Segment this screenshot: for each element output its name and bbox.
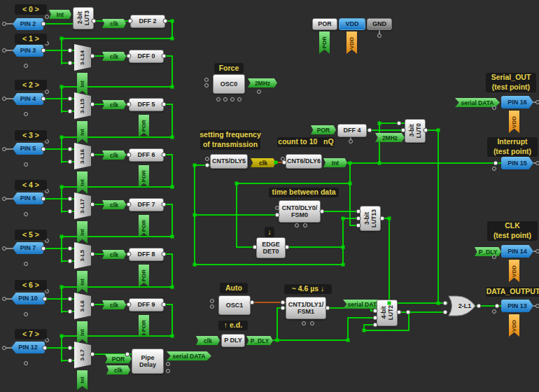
dff2[interactable]: DFF 2 bbox=[130, 15, 165, 28]
mux-3l17[interactable]: 3-L17 bbox=[74, 192, 91, 219]
index-label-3: < 3 > bbox=[15, 130, 47, 141]
cnt1-dly1-fsm1[interactable]: CNT1/DLY1/ FSM1 bbox=[286, 297, 326, 319]
dff6[interactable]: DFF 6 bbox=[129, 148, 164, 162]
cnt6-dly6[interactable]: CNT6/DLY6 bbox=[286, 154, 322, 169]
dff4[interactable]: DFF 4 bbox=[337, 124, 367, 137]
vdd-block[interactable]: VDD bbox=[339, 18, 365, 30]
pin-14[interactable]: PIN 14 bbox=[501, 245, 533, 258]
edge-det0[interactable]: EDGE DET0 bbox=[256, 237, 286, 258]
dff9-label: DFF 9 bbox=[137, 301, 155, 308]
cnt5-dly5-label: CNT5/DLY5 bbox=[212, 158, 246, 164]
tag-vdd-pin14[interactable]: VDD bbox=[509, 260, 519, 282]
tag-por-dff9[interactable]: POR bbox=[139, 315, 149, 337]
cnt0-dly0-fsm0[interactable]: CNT0/DLY0/ FSM0 bbox=[279, 200, 321, 223]
tag-por-dff4[interactable]: POR bbox=[311, 125, 336, 134]
pin-4[interactable]: PIN 4 bbox=[13, 93, 43, 105]
index-label-3-label: < 3 > bbox=[22, 131, 39, 141]
tag-por-dff6[interactable]: POR bbox=[139, 165, 149, 188]
tag-int-r4[interactable]: Int bbox=[77, 221, 88, 244]
tag-int-cnt6[interactable]: Int bbox=[323, 158, 347, 167]
tag-clk-r4[interactable]: clk bbox=[102, 200, 126, 209]
tag-int-r7[interactable]: Int bbox=[77, 370, 88, 390]
tag-int-r6[interactable]: Int bbox=[77, 321, 88, 344]
tag-clk-r3[interactable]: clk bbox=[102, 150, 126, 160]
tag-por-pipe[interactable]: POR bbox=[105, 354, 132, 363]
pipe-delay[interactable]: Pipe Delay bbox=[132, 349, 164, 374]
tag-por-dff5[interactable]: POR bbox=[139, 115, 149, 137]
tag-int-r2[interactable]: Int bbox=[77, 121, 88, 144]
gate-2l1[interactable]: 2-L1 bbox=[448, 295, 476, 316]
pin-4-label: PIN 4 bbox=[20, 95, 36, 102]
tag-clk-cnt5[interactable]: clk bbox=[251, 158, 276, 167]
tag-por-dff8[interactable]: POR bbox=[139, 265, 149, 287]
lut13[interactable]: 3-bit LUT13 bbox=[360, 206, 381, 231]
mux-3l14[interactable]: 3-L14 bbox=[74, 44, 91, 71]
pin-12[interactable]: PIN 12 bbox=[11, 342, 45, 354]
label-data-output-label: DATA_OUTPUT bbox=[486, 287, 539, 297]
lut2[interactable]: 4-bit LUT2 bbox=[377, 300, 398, 326]
tag-serial-pipe[interactable]: serial DATA bbox=[167, 351, 211, 360]
lut3[interactable]: 2-bit LUT3 bbox=[73, 7, 94, 29]
osc0-label: OSC0 bbox=[220, 80, 238, 88]
dff0[interactable]: DFF 0 bbox=[129, 50, 164, 63]
por-block[interactable]: POR bbox=[312, 18, 337, 30]
tag-clk-pdly[interactable]: clk bbox=[196, 336, 220, 345]
tag-vdd-pin16[interactable]: VDD bbox=[509, 111, 519, 133]
pin-2[interactable]: PIN 2 bbox=[13, 18, 43, 30]
tag-clk-r1[interactable]: clk bbox=[102, 52, 126, 61]
mux-3l6[interactable]: 3-L6 bbox=[74, 293, 91, 319]
tag-clk-pdly-label: clk bbox=[204, 337, 212, 344]
cnt5-dly5[interactable]: CNT5/DLY5 bbox=[210, 154, 248, 169]
index-label-5-label: < 5 > bbox=[22, 230, 39, 240]
label-auto-label: Auto bbox=[225, 284, 242, 293]
mux-3l5[interactable]: 3-L5 bbox=[74, 242, 91, 269]
lut0[interactable]: 3-bit LUT0 bbox=[405, 119, 426, 143]
p-dly[interactable]: P DLY bbox=[221, 334, 245, 347]
pin-6[interactable]: PIN 6 bbox=[13, 192, 43, 204]
pin-16[interactable]: PIN 16 bbox=[501, 96, 533, 108]
pin-3[interactable]: PIN 3 bbox=[13, 45, 43, 57]
tag-pdly-out[interactable]: P_DLY bbox=[246, 336, 273, 345]
tag-clk-r5[interactable]: clk bbox=[102, 250, 126, 259]
pin-7[interactable]: PIN 7 bbox=[13, 242, 43, 254]
label-edge: ↑ e.d. bbox=[218, 321, 248, 330]
tag-clk-r4-label: clk bbox=[110, 202, 118, 209]
tag-pdly-pin14[interactable]: P_DLY bbox=[475, 247, 501, 256]
dff7[interactable]: DFF 7 bbox=[129, 198, 164, 211]
dff5[interactable]: DFF 5 bbox=[129, 98, 164, 111]
mux-3l16[interactable]: 3-L16 bbox=[74, 143, 91, 169]
osc0[interactable]: OSC0 bbox=[213, 74, 245, 94]
tag-vdd-pin13[interactable]: VDD bbox=[509, 314, 519, 337]
tag-int-r3[interactable]: Int bbox=[77, 172, 88, 194]
index-label-6: < 6 > bbox=[15, 280, 47, 290]
tag-clk-r1-label: clk bbox=[110, 53, 118, 60]
dff9[interactable]: DFF 9 bbox=[129, 298, 164, 312]
dff8[interactable]: DFF 8 bbox=[129, 248, 164, 261]
pin-15[interactable]: PIN 15 bbox=[501, 157, 533, 169]
tag-int-r5[interactable]: Int bbox=[77, 271, 88, 293]
pin-13[interactable]: PIN 13 bbox=[501, 300, 533, 312]
tag-por-dff7-label: POR bbox=[141, 220, 148, 232]
mux-3l15[interactable]: 3-L15 bbox=[74, 92, 91, 119]
tag-int-top[interactable]: Int bbox=[49, 10, 71, 19]
tag-2mhz-lut0[interactable]: 2MHz bbox=[375, 133, 405, 142]
tag-por-power[interactable]: POR bbox=[319, 31, 330, 54]
tag-por-dff7[interactable]: POR bbox=[139, 215, 149, 237]
dff2-label: DFF 2 bbox=[139, 18, 156, 24]
tag-2mhz-osc0[interactable]: 2MHz bbox=[248, 78, 277, 88]
pin-5[interactable]: PIN 5 bbox=[13, 143, 43, 155]
osc1[interactable]: OSC1 bbox=[218, 295, 251, 315]
tag-int-r1[interactable]: Int bbox=[77, 73, 88, 95]
tag-clk-r6[interactable]: clk bbox=[102, 300, 126, 309]
pin-10[interactable]: PIN 10 bbox=[11, 293, 45, 304]
tag-clk-r0[interactable]: clk bbox=[102, 19, 126, 28]
tag-clk-pipe[interactable]: clk bbox=[106, 365, 130, 374]
dff7-label: DFF 7 bbox=[137, 201, 155, 208]
mux-3l7[interactable]: 3-L7 bbox=[74, 342, 91, 368]
tag-serial-pin16[interactable]: serial DATA bbox=[455, 98, 500, 107]
tag-vdd-power[interactable]: VDD bbox=[346, 31, 357, 54]
dff4-label: DFF 4 bbox=[343, 127, 360, 134]
tag-clk-r2[interactable]: clk bbox=[102, 100, 126, 109]
gnd-block[interactable]: GND bbox=[367, 18, 392, 30]
label-interrupt: Interrupt (test point) bbox=[487, 137, 538, 157]
